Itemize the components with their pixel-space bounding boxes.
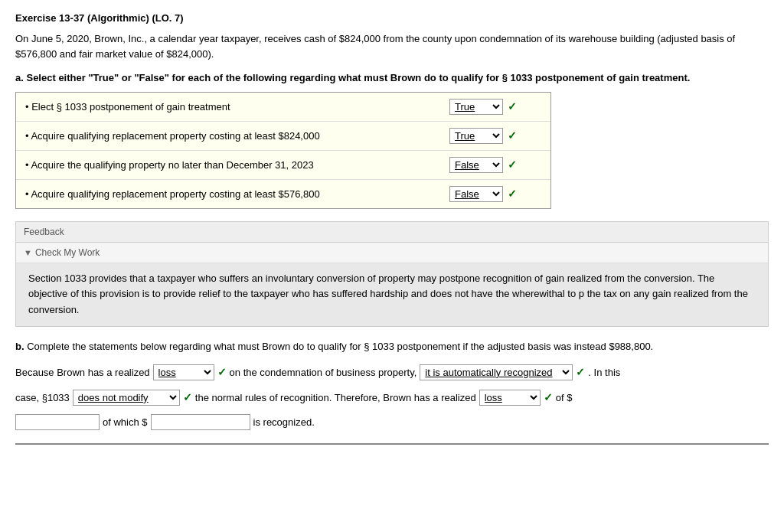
sentence-1-row: Because Brown has a realized loss gain ✓… <box>15 363 769 382</box>
check-my-work-label: Check My Work <box>35 247 100 258</box>
sentence2-mid: the normal rules of recognition. Therefo… <box>195 389 476 406</box>
recognition-select[interactable]: it is automatically recognized it is pos… <box>420 364 573 380</box>
question-text-2: • Acquire qualifying replacement propert… <box>25 130 449 142</box>
table-row: • Acquire qualifying replacement propert… <box>16 180 550 208</box>
check-icon-s2b: ✓ <box>544 388 553 407</box>
answer-select-1[interactable]: True False <box>449 99 503 115</box>
bottom-bar <box>15 443 769 448</box>
table-row: • Elect § 1033 postponement of gain trea… <box>16 93 550 122</box>
check-my-work-arrow-icon: ▼ <box>24 248 32 257</box>
check-icon-1: ✓ <box>508 100 517 113</box>
amount-input-1[interactable] <box>15 414 100 430</box>
sentence-2-row: case, §1033 does not modify modifies ✓ t… <box>15 388 769 407</box>
part-b-section: b. Complete the statements below regardi… <box>15 339 769 432</box>
question-controls-1: True False ✓ <box>449 99 541 115</box>
feedback-content: Section 1033 provides that a taxpayer wh… <box>16 263 768 326</box>
exercise-title: Exercise 13-37 (Algorithmic) (LO. 7) <box>15 12 769 24</box>
feedback-header: Feedback <box>16 222 768 243</box>
sentence-3-row: of which $ is recognized. <box>15 413 769 431</box>
check-my-work-row[interactable]: ▼ Check My Work <box>16 243 768 263</box>
question-table: • Elect § 1033 postponement of gain trea… <box>15 92 551 209</box>
amount-input-2[interactable] <box>151 414 250 430</box>
check-icon-2: ✓ <box>508 129 517 142</box>
check-icon-s2a: ✓ <box>183 388 192 407</box>
feedback-box: Feedback ▼ Check My Work Section 1033 pr… <box>15 221 769 327</box>
question-controls-4: False True ✓ <box>449 186 541 202</box>
check-icon-3: ✓ <box>508 158 517 171</box>
part-b-label: b. <box>15 341 24 352</box>
table-row: • Acquire the qualifying property no lat… <box>16 151 550 180</box>
sentence1-post: . In this <box>588 364 620 381</box>
sentence1-pre: Because Brown has a realized <box>15 364 150 381</box>
part-a-label: a. <box>15 72 24 83</box>
part-a-instruction: a. Select either "True" or "False" for e… <box>15 70 769 86</box>
check-icon-s1a: ✓ <box>217 363 227 382</box>
part-a-text: Select either "True" or "False" for each… <box>26 72 690 83</box>
part-b-text-content: Complete the statements below regarding … <box>27 341 653 352</box>
answer-select-4[interactable]: False True <box>449 186 503 202</box>
part-b-instruction: b. Complete the statements below regardi… <box>15 339 769 355</box>
loss-gain-select-2[interactable]: loss gain <box>479 390 541 406</box>
answer-select-2[interactable]: True False <box>449 128 503 144</box>
question-text-1: • Elect § 1033 postponement of gain trea… <box>25 101 449 113</box>
intro-text: On June 5, 2020, Brown, Inc., a calendar… <box>15 31 769 61</box>
answer-select-3[interactable]: False True <box>449 157 503 173</box>
modify-select[interactable]: does not modify modifies <box>73 390 180 406</box>
question-controls-2: True False ✓ <box>449 128 541 144</box>
table-row: • Acquire qualifying replacement propert… <box>16 122 550 151</box>
loss-gain-select-1[interactable]: loss gain <box>153 364 214 380</box>
sentence3-end: is recognized. <box>253 413 315 431</box>
question-controls-3: False True ✓ <box>449 157 541 173</box>
sentence2-case: case, §1033 <box>15 389 70 406</box>
sentence1-mid: on the condemnation of business property… <box>230 364 417 381</box>
sentence2-of: of $ <box>556 389 573 406</box>
check-icon-4: ✓ <box>508 188 517 200</box>
question-text-3: • Acquire the qualifying property no lat… <box>25 159 449 171</box>
check-icon-s1b: ✓ <box>576 363 585 382</box>
question-text-4: • Acquire qualifying replacement propert… <box>25 188 449 200</box>
sentence3-of-which: of which $ <box>103 413 148 431</box>
